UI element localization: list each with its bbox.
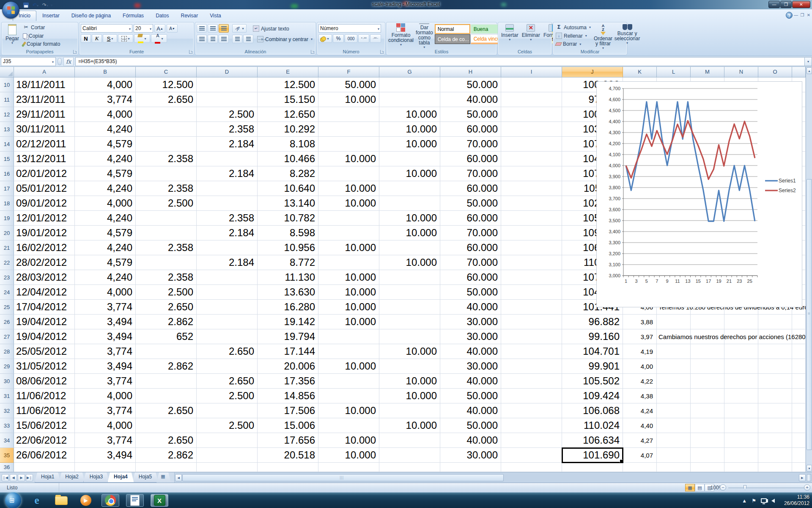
fill-color-button[interactable]	[134, 34, 150, 43]
cell-N36[interactable]	[724, 463, 758, 472]
cell-E31[interactable]: 14.856	[258, 389, 318, 403]
cell-I30[interactable]	[501, 374, 562, 389]
cell-G32[interactable]	[379, 403, 440, 418]
cell-E20[interactable]: 8.598	[258, 226, 318, 240]
cell-O31[interactable]	[758, 389, 792, 403]
cell-I26[interactable]	[501, 315, 562, 329]
horizontal-scrollbar[interactable]: ◀ ▶	[174, 472, 812, 483]
cell-O32[interactable]	[758, 403, 792, 418]
format-as-table-button[interactable]: Dar formatocomo tabla	[414, 23, 435, 48]
cell-C10[interactable]: 12.500	[136, 77, 197, 92]
cell-C27[interactable]: 652	[136, 329, 197, 344]
cell-B18[interactable]: 4,000	[75, 196, 136, 211]
cell-A27[interactable]: 19/04/2012	[14, 329, 75, 344]
redo-button[interactable]: ↷▾	[41, 2, 49, 9]
thousands-format-button[interactable]: 000	[345, 34, 357, 43]
cell-I29[interactable]	[501, 359, 562, 374]
cell-M32[interactable]	[691, 403, 724, 418]
column-header-M[interactable]: M	[691, 67, 724, 77]
cell-E28[interactable]: 17.144	[258, 344, 318, 359]
cell-C14[interactable]	[136, 137, 197, 152]
cell-D35[interactable]	[197, 448, 258, 463]
cell-L26[interactable]	[657, 315, 691, 329]
action-center-flag-icon[interactable]: ⚑	[752, 498, 756, 504]
cell-B35[interactable]: 3,494	[75, 448, 136, 463]
cell-A34[interactable]: 22/06/2012	[14, 433, 75, 448]
cell-A12[interactable]: 29/11/2011	[14, 107, 75, 122]
clear-button[interactable]: Borrar	[554, 40, 592, 48]
cell-G31[interactable]: 10.000	[379, 389, 440, 403]
cell-A32[interactable]: 11/06/2012	[14, 403, 75, 418]
sort-filter-button[interactable]: AZ Ordenary filtrar	[592, 23, 614, 48]
cell-I23[interactable]	[501, 270, 562, 285]
cell-G19[interactable]: 10.000	[379, 211, 440, 226]
currency-format-button[interactable]	[318, 34, 332, 43]
formula-input[interactable]: =H35+(E35*B35)	[75, 57, 804, 66]
row-header-11[interactable]: 11	[0, 92, 14, 107]
align-top-icon[interactable]	[197, 24, 207, 33]
cell-I27[interactable]	[501, 329, 562, 344]
cell-C32[interactable]: 2.650	[136, 403, 197, 418]
cell-C24[interactable]: 2.500	[136, 285, 197, 300]
cell-H22[interactable]: 70.000	[440, 255, 501, 270]
cell-K28[interactable]: 4,19	[623, 344, 657, 359]
sheet-tab-hoja5[interactable]: Hoja5	[132, 472, 158, 483]
cell-C35[interactable]: 2.862	[136, 448, 197, 463]
cell-H34[interactable]: 40.000	[440, 433, 501, 448]
row-header-12[interactable]: 12	[0, 107, 14, 122]
volume-icon[interactable]	[771, 499, 775, 503]
cell-E15[interactable]: 10.466	[258, 152, 318, 166]
cell-A25[interactable]: 17/04/2012	[14, 300, 75, 315]
row-header-26[interactable]: 26	[0, 315, 14, 329]
cell-F35[interactable]: 10.000	[318, 448, 379, 463]
cell-J34[interactable]: 106.634	[562, 433, 623, 448]
cell-J29[interactable]: 99.901	[562, 359, 623, 374]
cell-I18[interactable]	[501, 196, 562, 211]
cell-F18[interactable]: 10.000	[318, 196, 379, 211]
cell-J36[interactable]	[562, 463, 623, 472]
cell-F36[interactable]	[318, 463, 379, 472]
cell-B29[interactable]: 3,494	[75, 359, 136, 374]
cell-G14[interactable]: 10.000	[379, 137, 440, 152]
cell-I20[interactable]	[501, 226, 562, 240]
cell-M29[interactable]	[691, 359, 724, 374]
cell-A26[interactable]: 19/04/2012	[14, 315, 75, 329]
cell-G36[interactable]	[379, 463, 440, 472]
cell-style-option[interactable]: Celda de co...	[435, 34, 470, 44]
paste-button[interactable]: Pegar	[3, 23, 22, 48]
book-restore-button[interactable]: ❐	[800, 13, 805, 17]
number-format-select[interactable]: Número	[318, 24, 381, 33]
row-header-13[interactable]: 13	[0, 122, 14, 137]
bold-button[interactable]: N	[81, 34, 91, 43]
cell-A13[interactable]: 30/11/2011	[14, 122, 75, 137]
row-header-14[interactable]: 14	[0, 137, 14, 152]
cell-I19[interactable]	[501, 211, 562, 226]
cell-A28[interactable]: 25/05/2012	[14, 344, 75, 359]
column-header-I[interactable]: I	[501, 67, 562, 77]
prev-sheet-icon[interactable]: ◀	[10, 474, 17, 481]
cell-B13[interactable]: 4,240	[75, 122, 136, 137]
cell-G24[interactable]	[379, 285, 440, 300]
cell-H17[interactable]: 60.000	[440, 181, 501, 196]
cell-L28[interactable]	[657, 344, 691, 359]
cell-E36[interactable]	[258, 463, 318, 472]
cell-B21[interactable]: 4,240	[75, 240, 136, 255]
cell-C15[interactable]: 2.358	[136, 152, 197, 166]
column-header-F[interactable]: F	[318, 67, 379, 77]
cell-A17[interactable]: 05/01/2012	[14, 181, 75, 196]
cell-F30[interactable]	[318, 374, 379, 389]
cell-N31[interactable]	[724, 389, 758, 403]
column-header-C[interactable]: C	[136, 67, 197, 77]
taskbar-explorer[interactable]	[52, 494, 70, 507]
sheet-tab-hoja3[interactable]: Hoja3	[83, 472, 109, 483]
cell-O36[interactable]	[758, 463, 792, 472]
row-header-22[interactable]: 22	[0, 255, 14, 270]
cell-L34[interactable]	[657, 433, 691, 448]
cell-G16[interactable]: 10.000	[379, 166, 440, 181]
cell-D20[interactable]: 2.184	[197, 226, 258, 240]
qat-customize-button[interactable]: ▿	[51, 3, 52, 7]
cell-F22[interactable]	[318, 255, 379, 270]
cell-I36[interactable]	[501, 463, 562, 472]
cell-G29[interactable]	[379, 359, 440, 374]
cell-C13[interactable]	[136, 122, 197, 137]
